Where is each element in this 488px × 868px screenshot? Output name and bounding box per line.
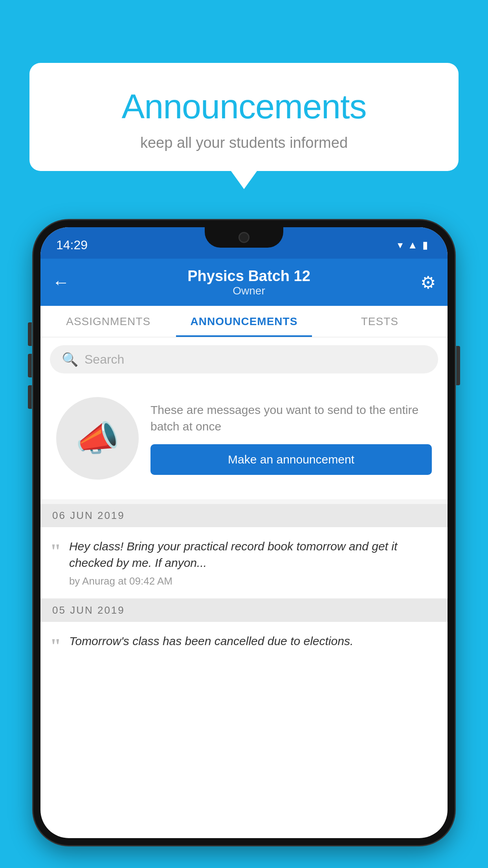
- batch-title: Physics Batch 12: [77, 268, 420, 285]
- phone-camera: [238, 232, 250, 243]
- quote-icon-2: ": [50, 636, 61, 657]
- status-icons: ▾ ▲ ▮: [398, 239, 428, 251]
- app-subtitle: keep all your students informed: [53, 134, 435, 151]
- announcement-item-1[interactable]: " Hey class! Bring your practical record…: [40, 527, 448, 599]
- phone-notch: [205, 227, 283, 248]
- header-title-block: Physics Batch 12 Owner: [77, 268, 420, 297]
- phone-mockup: 14:29 ▾ ▲ ▮ ← Physics Batch 12 Owner ⚙: [33, 220, 455, 868]
- make-announcement-button[interactable]: Make an announcement: [150, 444, 432, 475]
- search-placeholder: Search: [84, 352, 124, 367]
- phone-screen: 14:29 ▾ ▲ ▮ ← Physics Batch 12 Owner ⚙: [40, 227, 448, 838]
- empty-state-description: These are messages you want to send to t…: [150, 402, 432, 435]
- announcement-message-1: Hey class! Bring your practical record b…: [69, 538, 436, 571]
- phone-outer: 14:29 ▾ ▲ ▮ ← Physics Batch 12 Owner ⚙: [33, 220, 455, 845]
- tabs-bar: ASSIGNMENTS ANNOUNCEMENTS TESTS: [40, 306, 448, 337]
- announcement-item-2[interactable]: " Tomorrow's class has been cancelled du…: [40, 622, 448, 668]
- content-area: 🔍 Search 📣 These are messages you want t…: [40, 337, 448, 668]
- speech-bubble-section: Announcements keep all your students inf…: [29, 63, 459, 171]
- tab-tests[interactable]: TESTS: [312, 306, 448, 337]
- tab-assignments[interactable]: ASSIGNMENTS: [40, 306, 176, 337]
- back-button[interactable]: ←: [52, 272, 70, 292]
- app-title: Announcements: [53, 86, 435, 127]
- announcement-author-1: by Anurag at 09:42 AM: [69, 575, 436, 587]
- app-header: ← Physics Batch 12 Owner ⚙: [40, 259, 448, 306]
- status-time: 14:29: [56, 238, 88, 252]
- search-input-wrap[interactable]: 🔍 Search: [50, 345, 438, 373]
- announcement-message-2: Tomorrow's class has been cancelled due …: [69, 633, 436, 649]
- speech-bubble-card: Announcements keep all your students inf…: [29, 63, 459, 171]
- announcement-text-1: Hey class! Bring your practical record b…: [69, 538, 436, 587]
- megaphone-icon: 📣: [75, 418, 119, 459]
- batch-role: Owner: [77, 285, 420, 297]
- search-container: 🔍 Search: [40, 337, 448, 381]
- empty-state-right: These are messages you want to send to t…: [150, 402, 432, 475]
- date-separator-1: 06 JUN 2019: [40, 504, 448, 527]
- tab-announcements[interactable]: ANNOUNCEMENTS: [176, 306, 312, 337]
- search-icon: 🔍: [62, 351, 78, 367]
- date-separator-2: 05 JUN 2019: [40, 599, 448, 622]
- signal-icon: ▲: [407, 239, 418, 251]
- settings-icon[interactable]: ⚙: [420, 272, 436, 292]
- wifi-icon: ▾: [398, 239, 403, 251]
- quote-icon-1: ": [50, 541, 61, 562]
- announcement-icon-circle: 📣: [56, 397, 139, 480]
- battery-icon: ▮: [422, 239, 428, 251]
- empty-state-card: 📣 These are messages you want to send to…: [40, 381, 448, 499]
- announcement-text-2: Tomorrow's class has been cancelled due …: [69, 633, 436, 653]
